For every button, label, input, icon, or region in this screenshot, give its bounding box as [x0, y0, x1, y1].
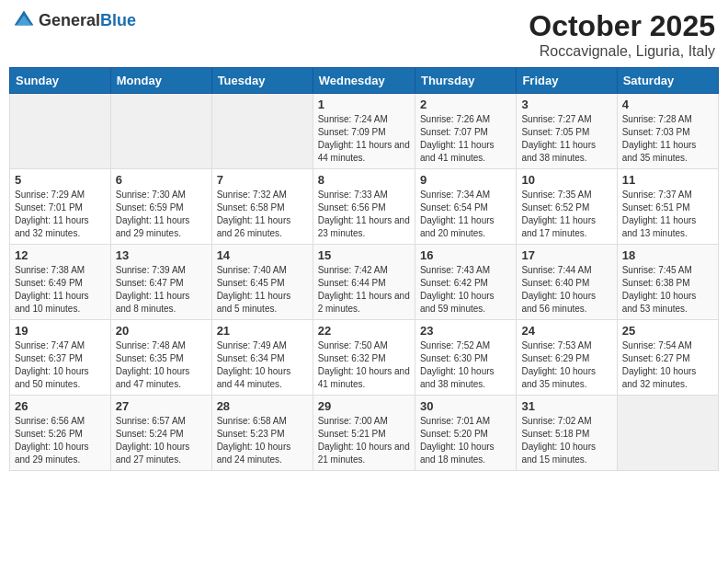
calendar-cell	[10, 94, 111, 169]
day-number: 11	[622, 173, 713, 187]
calendar-cell: 29Sunrise: 7:00 AMSunset: 5:21 PMDayligh…	[313, 396, 415, 471]
day-number: 8	[318, 173, 410, 187]
calendar-cell: 30Sunrise: 7:01 AMSunset: 5:20 PMDayligh…	[415, 396, 516, 471]
logo-text-general: General	[39, 11, 100, 29]
day-number: 15	[318, 248, 410, 262]
day-number: 30	[420, 399, 511, 413]
calendar-cell	[211, 94, 313, 169]
calendar-week-row: 19Sunrise: 7:47 AMSunset: 6:37 PMDayligh…	[10, 320, 719, 396]
calendar-cell: 22Sunrise: 7:50 AMSunset: 6:32 PMDayligh…	[313, 320, 415, 396]
day-number: 31	[521, 399, 611, 413]
day-number: 17	[521, 248, 611, 262]
day-info: Sunrise: 7:52 AMSunset: 6:30 PMDaylight:…	[420, 339, 511, 391]
calendar-cell: 28Sunrise: 6:58 AMSunset: 5:23 PMDayligh…	[211, 396, 313, 471]
day-info: Sunrise: 7:33 AMSunset: 6:56 PMDaylight:…	[318, 189, 410, 240]
day-number: 23	[420, 324, 511, 338]
logo: GeneralBlue	[13, 9, 136, 31]
day-number: 27	[116, 399, 207, 413]
day-info: Sunrise: 7:48 AMSunset: 6:35 PMDaylight:…	[116, 339, 207, 391]
day-number: 29	[318, 399, 410, 413]
calendar-cell: 19Sunrise: 7:47 AMSunset: 6:37 PMDayligh…	[10, 320, 111, 396]
day-info: Sunrise: 7:54 AMSunset: 6:27 PMDaylight:…	[622, 339, 713, 391]
day-info: Sunrise: 7:02 AMSunset: 5:18 PMDaylight:…	[521, 415, 611, 466]
calendar-cell: 31Sunrise: 7:02 AMSunset: 5:18 PMDayligh…	[517, 396, 617, 471]
day-info: Sunrise: 7:30 AMSunset: 6:59 PMDaylight:…	[116, 189, 207, 240]
day-number: 1	[318, 98, 410, 111]
calendar-cell: 26Sunrise: 6:56 AMSunset: 5:26 PMDayligh…	[10, 396, 111, 471]
calendar-cell: 2Sunrise: 7:26 AMSunset: 7:07 PMDaylight…	[415, 94, 516, 169]
calendar-cell: 24Sunrise: 7:53 AMSunset: 6:29 PMDayligh…	[517, 320, 617, 396]
calendar-cell: 10Sunrise: 7:35 AMSunset: 6:52 PMDayligh…	[517, 169, 617, 245]
day-number: 25	[622, 324, 713, 338]
calendar-cell: 5Sunrise: 7:29 AMSunset: 7:01 PMDaylight…	[10, 169, 111, 245]
day-info: Sunrise: 7:24 AMSunset: 7:09 PMDaylight:…	[318, 113, 410, 165]
day-info: Sunrise: 7:53 AMSunset: 6:29 PMDaylight:…	[521, 339, 611, 391]
day-number: 26	[15, 399, 106, 413]
day-info: Sunrise: 7:27 AMSunset: 7:05 PMDaylight:…	[521, 113, 611, 165]
day-info: Sunrise: 7:28 AMSunset: 7:03 PMDaylight:…	[622, 113, 713, 165]
day-info: Sunrise: 7:35 AMSunset: 6:52 PMDaylight:…	[521, 189, 611, 240]
day-info: Sunrise: 7:47 AMSunset: 6:37 PMDaylight:…	[15, 339, 106, 391]
day-number: 13	[116, 248, 207, 262]
calendar-cell	[110, 94, 211, 169]
weekday-header: Saturday	[617, 68, 718, 94]
day-info: Sunrise: 7:45 AMSunset: 6:38 PMDaylight:…	[622, 264, 713, 316]
day-info: Sunrise: 7:01 AMSunset: 5:20 PMDaylight:…	[420, 415, 511, 466]
day-number: 12	[15, 248, 106, 262]
calendar-cell: 16Sunrise: 7:43 AMSunset: 6:42 PMDayligh…	[415, 245, 516, 320]
logo-text-blue: Blue	[100, 11, 136, 29]
day-info: Sunrise: 7:40 AMSunset: 6:45 PMDaylight:…	[217, 264, 308, 316]
day-number: 3	[521, 98, 611, 111]
calendar-table: SundayMondayTuesdayWednesdayThursdayFrid…	[9, 67, 719, 471]
day-info: Sunrise: 7:44 AMSunset: 6:40 PMDaylight:…	[521, 264, 611, 316]
day-number: 10	[521, 173, 611, 187]
calendar-cell: 8Sunrise: 7:33 AMSunset: 6:56 PMDaylight…	[313, 169, 415, 245]
day-number: 9	[420, 173, 511, 187]
day-info: Sunrise: 7:26 AMSunset: 7:07 PMDaylight:…	[420, 113, 511, 165]
day-info: Sunrise: 7:34 AMSunset: 6:54 PMDaylight:…	[420, 189, 511, 240]
weekday-header: Tuesday	[211, 68, 313, 94]
weekday-header: Thursday	[415, 68, 516, 94]
day-info: Sunrise: 7:50 AMSunset: 6:32 PMDaylight:…	[318, 339, 410, 391]
calendar-week-row: 26Sunrise: 6:56 AMSunset: 5:26 PMDayligh…	[10, 396, 719, 471]
day-info: Sunrise: 7:39 AMSunset: 6:47 PMDaylight:…	[116, 264, 207, 316]
calendar-cell: 15Sunrise: 7:42 AMSunset: 6:44 PMDayligh…	[313, 245, 415, 320]
weekday-header: Monday	[110, 68, 211, 94]
calendar-cell	[617, 396, 718, 471]
day-info: Sunrise: 7:42 AMSunset: 6:44 PMDaylight:…	[318, 264, 410, 316]
page-header: GeneralBlue October 2025 Roccavignale, L…	[9, 9, 719, 60]
calendar-cell: 4Sunrise: 7:28 AMSunset: 7:03 PMDaylight…	[617, 94, 718, 169]
day-number: 5	[15, 173, 106, 187]
day-number: 6	[116, 173, 207, 187]
day-number: 19	[15, 324, 106, 338]
day-info: Sunrise: 7:38 AMSunset: 6:49 PMDaylight:…	[15, 264, 106, 316]
calendar-cell: 1Sunrise: 7:24 AMSunset: 7:09 PMDaylight…	[313, 94, 415, 169]
calendar-cell: 13Sunrise: 7:39 AMSunset: 6:47 PMDayligh…	[110, 245, 211, 320]
day-info: Sunrise: 6:57 AMSunset: 5:24 PMDaylight:…	[116, 415, 207, 466]
calendar-cell: 25Sunrise: 7:54 AMSunset: 6:27 PMDayligh…	[617, 320, 718, 396]
day-info: Sunrise: 7:29 AMSunset: 7:01 PMDaylight:…	[15, 189, 106, 240]
day-number: 14	[217, 248, 308, 262]
logo-icon	[13, 9, 35, 31]
title-block: October 2025 Roccavignale, Liguria, Ital…	[529, 9, 715, 60]
day-number: 22	[318, 324, 410, 338]
day-info: Sunrise: 6:58 AMSunset: 5:23 PMDaylight:…	[217, 415, 308, 466]
calendar-week-row: 12Sunrise: 7:38 AMSunset: 6:49 PMDayligh…	[10, 245, 719, 320]
calendar-cell: 23Sunrise: 7:52 AMSunset: 6:30 PMDayligh…	[415, 320, 516, 396]
calendar-cell: 17Sunrise: 7:44 AMSunset: 6:40 PMDayligh…	[517, 245, 617, 320]
day-info: Sunrise: 7:43 AMSunset: 6:42 PMDaylight:…	[420, 264, 511, 316]
calendar-cell: 6Sunrise: 7:30 AMSunset: 6:59 PMDaylight…	[110, 169, 211, 245]
calendar-cell: 14Sunrise: 7:40 AMSunset: 6:45 PMDayligh…	[211, 245, 313, 320]
day-number: 28	[217, 399, 308, 413]
calendar-cell: 9Sunrise: 7:34 AMSunset: 6:54 PMDaylight…	[415, 169, 516, 245]
day-info: Sunrise: 7:00 AMSunset: 5:21 PMDaylight:…	[318, 415, 410, 466]
weekday-header: Sunday	[10, 68, 111, 94]
calendar-cell: 20Sunrise: 7:48 AMSunset: 6:35 PMDayligh…	[110, 320, 211, 396]
calendar-cell: 7Sunrise: 7:32 AMSunset: 6:58 PMDaylight…	[211, 169, 313, 245]
day-info: Sunrise: 6:56 AMSunset: 5:26 PMDaylight:…	[15, 415, 106, 466]
calendar-week-row: 5Sunrise: 7:29 AMSunset: 7:01 PMDaylight…	[10, 169, 719, 245]
location-title: Roccavignale, Liguria, Italy	[529, 43, 715, 60]
day-number: 7	[217, 173, 308, 187]
calendar-cell: 18Sunrise: 7:45 AMSunset: 6:38 PMDayligh…	[617, 245, 718, 320]
day-number: 21	[217, 324, 308, 338]
